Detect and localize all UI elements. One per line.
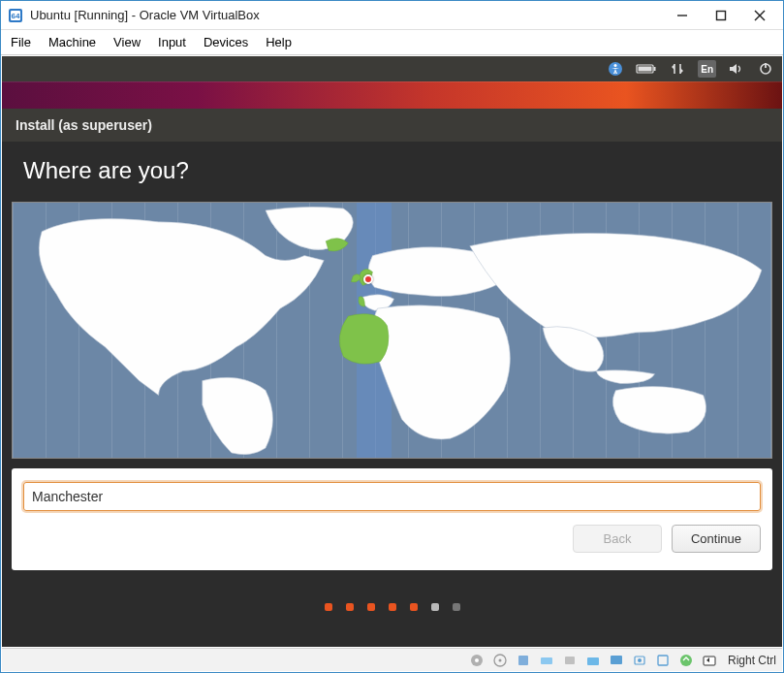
language-indicator[interactable]: En [698, 60, 716, 78]
svg-rect-23 [587, 657, 599, 665]
host-menubar: File Machine View Input Devices Help [1, 30, 783, 55]
guest-display: En Install (as superuser) Where are you? [2, 56, 782, 647]
progress-dot [410, 603, 418, 611]
progress-dots [2, 570, 782, 644]
svg-point-8 [614, 64, 617, 67]
shared-folders-icon[interactable] [584, 652, 602, 669]
display-icon[interactable] [608, 652, 625, 669]
cpu-icon[interactable] [654, 652, 672, 669]
progress-dot [346, 603, 354, 611]
network-icon[interactable] [669, 60, 686, 78]
progress-dot [367, 603, 375, 611]
mouse-integration-icon[interactable] [677, 652, 695, 669]
menu-input[interactable]: Input [158, 35, 186, 49]
network-adapter-icon[interactable] [538, 652, 555, 669]
host-key-label: Right Ctrl [728, 654, 776, 667]
svg-point-17 [475, 658, 479, 662]
ubuntu-gradient-strip [2, 81, 782, 109]
location-input[interactable] [23, 482, 761, 511]
optical-disk-icon[interactable] [491, 652, 509, 669]
ubuntu-top-panel: En [2, 56, 782, 81]
host-statusbar: Right Ctrl [2, 648, 782, 671]
progress-dot [431, 603, 439, 611]
svg-rect-4 [717, 11, 726, 19]
progress-dot [453, 603, 460, 611]
audio-icon[interactable] [515, 652, 532, 669]
svg-rect-27 [658, 656, 668, 665]
progress-dot [389, 603, 396, 611]
hard-disk-icon[interactable] [468, 652, 486, 669]
svg-rect-22 [565, 657, 575, 664]
recording-icon[interactable] [631, 652, 648, 669]
battery-icon[interactable] [636, 60, 657, 78]
maximize-button[interactable] [702, 1, 740, 30]
virtualbox-icon: 64 [7, 7, 24, 24]
usb-icon[interactable] [561, 652, 579, 669]
host-titlebar: 64 Ubuntu [Running] - Oracle VM VirtualB… [1, 1, 783, 30]
back-button[interactable]: Back [573, 525, 662, 553]
menu-help[interactable]: Help [266, 35, 292, 49]
continue-button[interactable]: Continue [672, 525, 761, 553]
location-pin [363, 274, 375, 286]
accessibility-icon[interactable] [607, 60, 624, 78]
keyboard-capture-icon[interactable] [701, 652, 718, 669]
menu-machine[interactable]: Machine [48, 35, 96, 49]
svg-text:64: 64 [12, 12, 20, 20]
svg-rect-21 [541, 657, 552, 664]
svg-rect-24 [611, 656, 622, 664]
svg-point-19 [498, 658, 501, 661]
volume-icon[interactable] [728, 60, 745, 78]
svg-point-28 [680, 655, 692, 666]
timezone-map[interactable] [12, 202, 772, 459]
svg-point-26 [638, 658, 642, 662]
svg-rect-20 [518, 656, 528, 665]
installer-titlebar: Install (as superuser) [2, 109, 782, 142]
close-button[interactable] [740, 1, 779, 30]
menu-devices[interactable]: Devices [204, 35, 248, 49]
menu-file[interactable]: File [11, 35, 31, 49]
window-title: Ubuntu [Running] - Oracle VM VirtualBox [30, 8, 663, 22]
menu-view[interactable]: View [113, 35, 141, 49]
svg-rect-11 [639, 67, 652, 72]
installer-window: Install (as superuser) Where are you? [2, 109, 782, 644]
power-icon[interactable] [757, 60, 774, 78]
minimize-button[interactable] [663, 1, 702, 30]
progress-dot [325, 603, 332, 611]
page-title: Where are you? [2, 142, 782, 202]
svg-rect-10 [654, 67, 656, 71]
